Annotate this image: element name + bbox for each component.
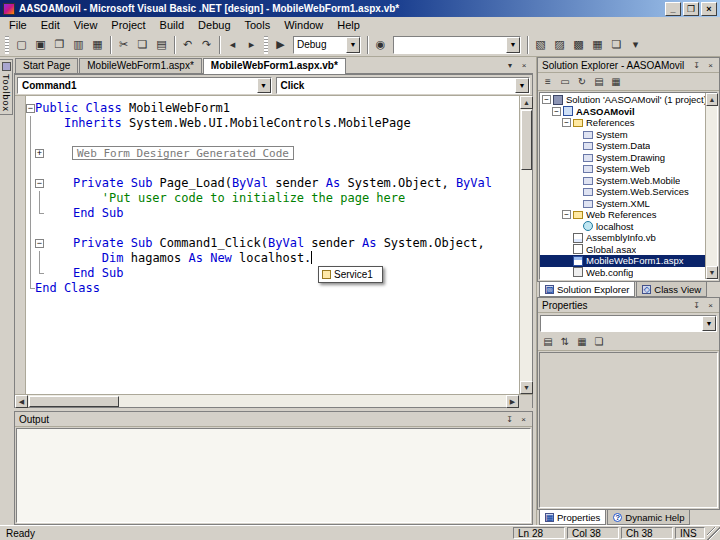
tab-scroll-down-icon[interactable]: ▾: [503, 58, 517, 71]
collapsed-region[interactable]: Web Form Designer Generated Code: [72, 146, 294, 160]
object-browser-icon[interactable]: ❏: [607, 35, 626, 54]
scroll-right-icon[interactable]: ▶: [506, 395, 519, 408]
categorized-icon[interactable]: ▤: [540, 334, 556, 349]
alphabetical-icon[interactable]: ⇅: [557, 334, 573, 349]
tree-item-web-references[interactable]: −Web References: [540, 209, 705, 221]
menu-item-window[interactable]: Window: [277, 18, 330, 32]
save-icon[interactable]: ▥: [69, 35, 88, 54]
class-view-window-icon[interactable]: ▦: [588, 35, 607, 54]
open-file-icon[interactable]: ❐: [50, 35, 69, 54]
code-line[interactable]: [26, 161, 519, 176]
scroll-down-icon[interactable]: ▼: [706, 266, 718, 279]
code-line[interactable]: +Web Form Designer Generated Code: [26, 146, 519, 161]
toolbar-options-icon[interactable]: ▾: [626, 35, 645, 54]
scroll-up-icon[interactable]: ▲: [520, 96, 533, 109]
code-line[interactable]: End Sub: [26, 206, 519, 221]
close-icon[interactable]: ×: [704, 59, 717, 71]
tree-item-system-xml[interactable]: System.XML: [540, 198, 705, 210]
resize-grip-icon[interactable]: [707, 527, 720, 540]
close-button[interactable]: ×: [701, 2, 717, 16]
tree-item-assemblyinfo-vb[interactable]: AssemblyInfo.vb: [540, 232, 705, 244]
cut-icon[interactable]: ✂: [114, 35, 133, 54]
horizontal-scrollbar[interactable]: ◀ ▶: [15, 394, 532, 407]
code-line[interactable]: End Class: [26, 281, 519, 296]
view-designer-icon[interactable]: ▭: [557, 74, 573, 89]
title-bar[interactable]: AASOAMovil - Microsoft Visual Basic .NET…: [0, 0, 720, 17]
toolbar-grip[interactable]: [5, 36, 9, 54]
tab-dynamic-help[interactable]: ?Dynamic Help: [607, 510, 690, 525]
properties-view-icon[interactable]: ▦: [574, 334, 590, 349]
paste-icon[interactable]: ▤: [152, 35, 171, 54]
solution-configuration-combo[interactable]: Debug▼: [293, 36, 361, 54]
view-code-icon[interactable]: ≡: [540, 74, 556, 89]
collapse-minus-icon[interactable]: −: [35, 179, 44, 188]
code-line[interactable]: [26, 131, 519, 146]
tree-item-system-drawing[interactable]: System.Drawing: [540, 152, 705, 164]
code-line[interactable]: − Private Sub Page_Load(ByVal sender As …: [26, 176, 519, 191]
redo-icon[interactable]: ↷: [197, 35, 216, 54]
properties-title-bar[interactable]: Properties ↧ ×: [538, 298, 719, 313]
find-icon[interactable]: ◉: [371, 35, 390, 54]
menu-item-view[interactable]: View: [67, 18, 105, 32]
code-line[interactable]: Inherits System.Web.UI.MobileControls.Mo…: [26, 116, 519, 131]
collapse-minus-icon[interactable]: −: [542, 95, 551, 104]
code-line[interactable]: [26, 221, 519, 236]
save-all-icon[interactable]: ▦: [88, 35, 107, 54]
refresh-icon[interactable]: ↻: [574, 74, 590, 89]
toolbox-tab[interactable]: Toolbox: [0, 59, 13, 115]
properties-grid[interactable]: [539, 352, 718, 508]
menu-item-help[interactable]: Help: [330, 18, 367, 32]
toolbox-window-icon[interactable]: ▩: [569, 35, 588, 54]
code-line[interactable]: − Private Sub Command1_Click(ByVal sende…: [26, 236, 519, 251]
collapse-minus-icon[interactable]: −: [562, 118, 571, 127]
vertical-scrollbar[interactable]: ▲ ▼: [705, 93, 717, 279]
solution-explorer-window-icon[interactable]: ▧: [531, 35, 550, 54]
tree-item-system-data[interactable]: System.Data: [540, 140, 705, 152]
navigate-back-icon[interactable]: ◂: [223, 35, 242, 54]
scrollbar-track[interactable]: [706, 106, 717, 266]
tree-item-mobilewebform1-aspx[interactable]: MobileWebForm1.aspx: [540, 255, 705, 267]
property-pages-icon[interactable]: ❏: [591, 334, 607, 349]
close-document-icon[interactable]: ×: [517, 58, 531, 71]
close-icon[interactable]: ×: [517, 413, 530, 425]
properties-icon[interactable]: ▦: [608, 74, 624, 89]
close-icon[interactable]: ×: [704, 299, 717, 311]
toolbar-grip[interactable]: [264, 36, 268, 54]
scrollbar-track[interactable]: [120, 395, 506, 407]
tree-item-global-asax[interactable]: Global.asax: [540, 244, 705, 256]
tree-item-references[interactable]: −References: [540, 117, 705, 129]
chevron-down-icon[interactable]: ▼: [506, 37, 520, 53]
menu-item-build[interactable]: Build: [153, 18, 191, 32]
tab-mobilewebform1-aspx[interactable]: MobileWebForm1.aspx*: [79, 58, 202, 73]
collapse-minus-icon[interactable]: −: [35, 239, 44, 248]
show-all-files-icon[interactable]: ▤: [591, 74, 607, 89]
menu-item-edit[interactable]: Edit: [34, 18, 67, 32]
tree-item-system[interactable]: System: [540, 129, 705, 141]
chevron-down-icon[interactable]: ▼: [346, 37, 360, 53]
code-line[interactable]: Dim hagamos As New localhost.: [26, 251, 519, 266]
code-line[interactable]: −Public Class MobileWebForm1: [26, 101, 519, 116]
tree-item-solution-aasoamovil-1-project[interactable]: −Solution 'AASOAMovil' (1 project): [540, 94, 705, 106]
menu-item-project[interactable]: Project: [104, 18, 152, 32]
collapse-plus-icon[interactable]: +: [35, 149, 44, 158]
object-dropdown[interactable]: Command1 ▼: [17, 77, 272, 94]
scroll-down-icon[interactable]: ▼: [520, 381, 533, 394]
undo-icon[interactable]: ↶: [178, 35, 197, 54]
collapse-minus-icon[interactable]: −: [26, 104, 35, 113]
tab-solution-explorer[interactable]: ▧Solution Explorer: [539, 282, 635, 297]
tree-item-system-web-services[interactable]: System.Web.Services: [540, 186, 705, 198]
menu-item-file[interactable]: File: [2, 18, 34, 32]
chevron-down-icon[interactable]: ▼: [257, 78, 271, 93]
pin-icon[interactable]: ↧: [690, 299, 703, 311]
add-item-icon[interactable]: ▣: [31, 35, 50, 54]
tree-item-localhost[interactable]: localhost: [540, 221, 705, 233]
solution-explorer-title-bar[interactable]: Solution Explorer - AASOAMovil ↧ ×: [538, 58, 719, 73]
vertical-scrollbar[interactable]: ▲ ▼: [519, 96, 532, 394]
code-line[interactable]: End Sub: [26, 266, 519, 281]
tree-item-aasoamovil[interactable]: −AASOAMovil: [540, 106, 705, 118]
minimize-button[interactable]: _: [665, 2, 681, 16]
code-text-area[interactable]: −Public Class MobileWebForm1 Inherits Sy…: [26, 96, 519, 394]
tree-item-web-config[interactable]: Web.config: [540, 267, 705, 279]
tab-start-page[interactable]: Start Page: [15, 58, 78, 73]
output-title-bar[interactable]: Output ↧ ×: [15, 412, 532, 427]
